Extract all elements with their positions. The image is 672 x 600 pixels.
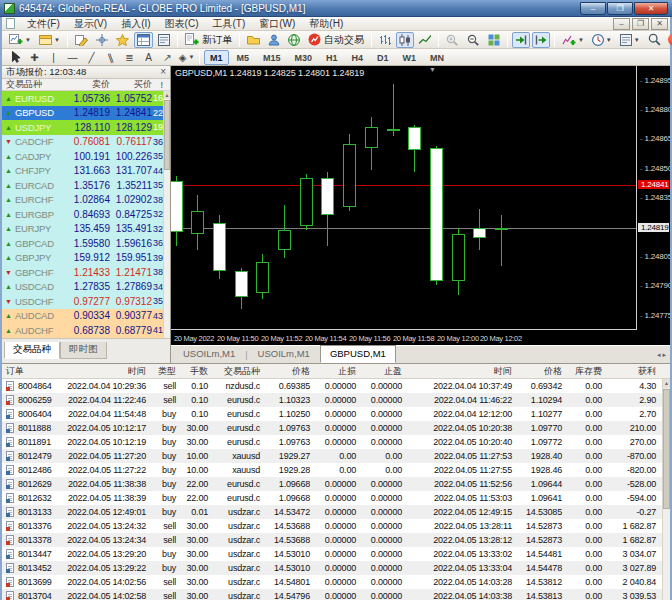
- order-row[interactable]: 80126292022.04.05 11:38:38buy22.00eurusd…: [2, 477, 670, 491]
- market-watch-tab[interactable]: 交易品种: [4, 342, 60, 359]
- menu-item-4[interactable]: 工具(T): [205, 17, 252, 31]
- orders-col-7[interactable]: 止盈: [362, 365, 408, 378]
- timeframe-M15[interactable]: M15: [257, 50, 287, 65]
- order-row[interactable]: 80048642022.04.04 10:29:36sell0.10nzdusd…: [2, 379, 670, 393]
- order-row[interactable]: 80133762022.04.05 13:24:32sell30.00usdza…: [2, 519, 670, 533]
- market-watch-row[interactable]: ▼GBPCHF1.214331.2147138: [2, 265, 170, 280]
- orders-col-10[interactable]: 库存费: [568, 365, 608, 378]
- timeframe-M1[interactable]: M1: [204, 50, 229, 65]
- metaeditor-button[interactable]: [72, 32, 91, 48]
- menu-item-3[interactable]: 图表(C): [158, 17, 206, 31]
- order-row[interactable]: 80136992022.04.05 14:02:56sell30.00usdza…: [2, 575, 670, 589]
- order-row[interactable]: 80062592022.04.04 11:22:46sell0.10eurusd…: [2, 393, 670, 407]
- minimize-button[interactable]: –: [580, 2, 606, 15]
- orders-col-0[interactable]: 订单: [2, 365, 58, 378]
- fibonacci-tool[interactable]: ≣: [121, 50, 138, 65]
- order-row[interactable]: 80133782022.04.05 13:24:34sell30.00usdza…: [2, 533, 670, 547]
- orders-col-6[interactable]: 止损: [316, 365, 362, 378]
- orders-scrollbar[interactable]: ▲: [662, 379, 670, 600]
- vertical-line-tool[interactable]: |: [45, 50, 62, 65]
- timeframe-M5[interactable]: M5: [231, 50, 256, 65]
- scroll-thumb[interactable]: [164, 100, 170, 170]
- market-watch-row[interactable]: ▲AUDCAD0.903340.9037743: [2, 309, 170, 324]
- menu-item-6[interactable]: 帮助(H): [302, 17, 350, 31]
- chart-tab-1[interactable]: USOILm,M1: [248, 345, 320, 363]
- market-watch-row[interactable]: ▲AUDCHF0.687380.6877941: [2, 323, 170, 338]
- mdi-close-button[interactable]: ✕: [651, 18, 668, 30]
- horizontal-line-tool[interactable]: —: [64, 50, 81, 65]
- new-chart-button[interactable]: ▼: [6, 32, 34, 48]
- market-watch-row[interactable]: ▲GBPJPY159.912159.95139: [2, 251, 170, 266]
- market-watch-row[interactable]: ▲EURJPY135.459135.49132: [2, 222, 170, 237]
- crosshair-cursor-button[interactable]: [93, 32, 111, 48]
- text-tool[interactable]: A: [140, 50, 157, 65]
- market-watch-row[interactable]: ▲GBPUSD1.248191.2484122: [2, 106, 170, 121]
- orders-col-4[interactable]: 交易品种: [214, 365, 266, 378]
- auto-scroll-button[interactable]: [512, 32, 530, 48]
- terminal-button[interactable]: [244, 32, 263, 48]
- line-chart-button[interactable]: [416, 32, 434, 48]
- chart-area[interactable]: GBPUSD,M1 1.24819 1.24825 1.24801 1.2481…: [171, 66, 670, 345]
- market-watch-row[interactable]: ▲EURUSD1.057361.0575216: [2, 91, 170, 106]
- candlestick-chart-button[interactable]: [396, 32, 414, 48]
- chevron-down-icon[interactable]: ▼: [188, 54, 194, 60]
- timeframe-D1[interactable]: D1: [371, 50, 395, 65]
- mdi-restore-button[interactable]: ❐: [632, 18, 649, 30]
- order-row[interactable]: 80118882022.04.05 10:12:17buy30.00eurusd…: [2, 421, 670, 435]
- orders-col-9[interactable]: 价格: [518, 365, 568, 378]
- periods-button[interactable]: ▼: [589, 32, 615, 48]
- close-button[interactable]: ✕: [634, 2, 668, 15]
- chart-shift-button[interactable]: [532, 32, 550, 48]
- menu-item-5[interactable]: 窗口(W): [252, 17, 302, 31]
- chevron-down-icon[interactable]: ▼: [634, 37, 640, 43]
- cursor-tool[interactable]: [7, 50, 24, 65]
- templates-button[interactable]: ▼: [617, 32, 643, 48]
- arrows-tool[interactable]: ↗: [159, 50, 176, 65]
- profiles-button[interactable]: ▼: [36, 32, 63, 48]
- market-watch-row[interactable]: ▲GBPCAD1.595801.5961636: [2, 236, 170, 251]
- market-watch-tab[interactable]: 即时图: [60, 342, 107, 359]
- order-row[interactable]: 80064042022.04.04 11:54:48buy0.10eurusd.…: [2, 407, 670, 421]
- zoom-in-button[interactable]: [443, 32, 462, 48]
- close-icon[interactable]: ×: [160, 67, 166, 77]
- timeframe-MN[interactable]: MN: [424, 50, 450, 65]
- market-watch-row[interactable]: ▲USDJPY128.110128.12919: [2, 120, 170, 135]
- chart-tab-0[interactable]: USOILm,M1: [173, 345, 245, 363]
- market-watch-scrollbar[interactable]: ▲: [163, 91, 170, 338]
- market-watch-col-1[interactable]: 卖价: [66, 78, 110, 91]
- market-watch-row[interactable]: ▼USDCHF0.972770.9731235: [2, 294, 170, 309]
- scroll-up-icon[interactable]: ▲: [164, 91, 170, 99]
- timeframe-W1[interactable]: W1: [397, 50, 423, 65]
- chart-plot[interactable]: GBPUSD,M1 1.24819 1.24825 1.24801 1.2481…: [171, 66, 637, 330]
- market-watch-row[interactable]: ▲USDCAD1.278351.2786934: [2, 280, 170, 295]
- crosshair-tool[interactable]: ✚: [26, 50, 43, 65]
- bar-chart-button[interactable]: [376, 32, 394, 48]
- tab-nav-arrows[interactable]: ◂ ▸: [657, 351, 666, 359]
- strategy-tester-button[interactable]: [265, 32, 283, 48]
- market-watch-row[interactable]: ▲EURCHF1.028641.0290238: [2, 193, 170, 208]
- tile-windows-button[interactable]: [485, 32, 503, 48]
- chart-tab-2[interactable]: GBPUSD,M1: [320, 345, 396, 363]
- notification-badge[interactable]: 1: [668, 33, 672, 46]
- market-watch-col-2[interactable]: 买价: [110, 78, 152, 91]
- mdi-minimize-button[interactable]: –: [613, 18, 630, 30]
- zoom-out-button[interactable]: [464, 32, 483, 48]
- orders-col-1[interactable]: 时间: [58, 365, 152, 378]
- menu-item-1[interactable]: 显示(V): [67, 17, 114, 31]
- scroll-up-icon[interactable]: ▲: [663, 379, 670, 388]
- order-row[interactable]: 80134522022.04.05 13:29:22buy30.00usdzar…: [2, 561, 670, 575]
- market-watch-row[interactable]: ▲EURGBP0.846930.8472532: [2, 207, 170, 222]
- order-row[interactable]: 80126322022.04.05 11:38:39buy22.00eurusd…: [2, 491, 670, 505]
- maximize-button[interactable]: ❐: [607, 2, 633, 15]
- web-community-button[interactable]: [285, 32, 303, 48]
- orders-col-2[interactable]: 类型: [152, 365, 182, 378]
- scroll-thumb[interactable]: [663, 389, 670, 509]
- data-window-button[interactable]: [155, 32, 173, 48]
- autotrading-button[interactable]: 自动交易: [305, 32, 367, 48]
- timeframe-H4[interactable]: H4: [346, 50, 370, 65]
- order-row[interactable]: 80131332022.04.05 12:49:01buy0.01usdzar.…: [2, 505, 670, 519]
- market-watch-row[interactable]: ▼CADCHF0.760810.7611736: [2, 135, 170, 150]
- new-order-button[interactable]: 新订单: [182, 32, 235, 48]
- market-watch-row[interactable]: ▲CHFJPY131.663131.70744: [2, 164, 170, 179]
- timeframe-H1[interactable]: H1: [320, 50, 344, 65]
